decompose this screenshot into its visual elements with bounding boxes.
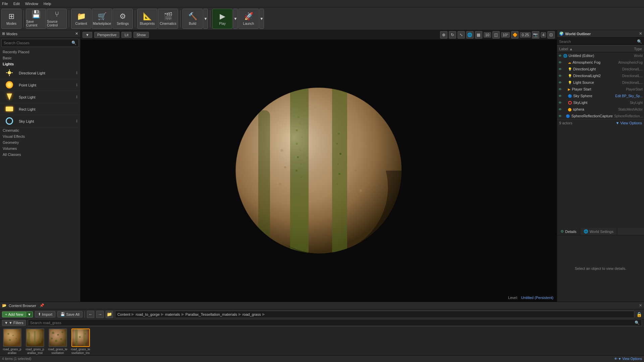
grid-snap-icon[interactable]: ◫ — [492, 31, 500, 39]
svg-rect-42 — [34, 331, 36, 345]
tab-details[interactable]: ⚙ Details — [557, 228, 580, 235]
marketplace-button[interactable]: 🛒 Marketplace — [92, 9, 112, 29]
navigate-forward-button[interactable]: → — [96, 311, 104, 318]
outliner-row-dir-light2[interactable]: 👁 💡 DirectionalLight2 DirectionalL... — [557, 72, 644, 79]
content-button[interactable]: 📁 Content — [71, 9, 91, 29]
camera-speed-icon[interactable]: 📷 — [532, 31, 539, 39]
outliner-row-sky-sphere[interactable]: 👁 🔵 Sky Sphere Edit BP_Sky_Sp... — [557, 93, 644, 99]
item-name-atm: Atmospheric Fog — [573, 60, 617, 64]
build-button[interactable]: 🔨 Build — [182, 9, 203, 29]
light-item-spot[interactable]: Spot Light ℹ — [0, 91, 80, 103]
cat-visual-effects[interactable]: Visual Effects — [0, 133, 80, 139]
viewport-mode-toggle[interactable]: ▼ — [83, 32, 92, 38]
import-button[interactable]: ⬆ Import — [35, 311, 55, 317]
blueprints-button[interactable]: 📐 Blueprints — [137, 9, 157, 29]
translate-icon[interactable]: ⊕ — [440, 31, 447, 39]
cb-item-label-3: road_grass_tessellation — [48, 348, 68, 355]
add-new-button[interactable]: + Add New — [2, 311, 26, 317]
menu-help[interactable]: Help — [44, 2, 51, 6]
light-item-sky[interactable]: Sky Light ℹ — [0, 115, 80, 127]
outliner-row-player-start[interactable]: 👁 ▶ Player Start PlayerStart — [557, 86, 644, 93]
tab-world-settings[interactable]: 🌐 World Settings — [580, 228, 617, 235]
scale-icon[interactable]: ⤡ — [458, 31, 465, 39]
light-item-rect[interactable]: Rect Light — [0, 103, 80, 115]
surface-snapping-icon[interactable]: ▦ — [475, 31, 482, 39]
cat-volumes[interactable]: Volumes — [0, 145, 80, 152]
outliner-search-input[interactable] — [559, 40, 636, 44]
scale-value[interactable]: 0.25 — [520, 32, 530, 38]
import-icon: ⬆ — [38, 312, 41, 316]
navigate-folder-button[interactable]: 📁 — [106, 311, 113, 318]
rotate-icon[interactable]: ↻ — [449, 31, 456, 39]
menu-edit[interactable]: Edit — [13, 2, 20, 6]
navigate-back-button[interactable]: ← — [87, 311, 94, 318]
cat-recently-placed[interactable]: Recently Placed — [0, 49, 80, 55]
breadcrumb-road-to-gorge[interactable]: road_to_gorge — [136, 312, 160, 316]
angle-value[interactable]: 10° — [501, 32, 510, 38]
cat-all-classes[interactable]: All Classes — [0, 152, 80, 158]
build-dropdown[interactable]: ▼ — [203, 9, 208, 29]
outliner-row-sphere-refl[interactable]: 👁 🔵 SphereReflectionCapture SphereReflec… — [557, 113, 644, 119]
viewport-lit-btn[interactable]: Lit — [121, 32, 131, 38]
settings-button[interactable]: ⚙ Settings — [113, 9, 133, 29]
menu-window[interactable]: Window — [25, 2, 38, 6]
filters-button[interactable]: ▼ ▼ Filters — [2, 320, 26, 326]
cb-search-input[interactable] — [30, 321, 633, 325]
lock-icon[interactable]: 🔒 — [636, 312, 642, 317]
light-item-point[interactable]: Point Light ℹ — [0, 79, 80, 91]
breadcrumb-parallax[interactable]: Parallax_Tessellation_materials — [185, 312, 237, 316]
outliner-view-options[interactable]: ▼ View Options — [615, 121, 642, 125]
cb-close-button[interactable]: ✕ — [639, 303, 642, 308]
play-button[interactable]: ▶ Play — [212, 9, 232, 29]
cat-cinematic[interactable]: Cinematic — [0, 127, 80, 133]
outliner-row-atm-fog[interactable]: 👁 ☁ Atmospheric Fog AtmosphericFog — [557, 59, 644, 66]
add-new-dropdown[interactable]: ▼ — [26, 311, 33, 317]
cat-lights[interactable]: Lights — [0, 61, 80, 67]
cb-item-road-grass-parallax[interactable]: road_grass_parallax — [2, 328, 22, 355]
outliner-row-sky-light[interactable]: 👁 ⭕ SkyLight SkyLight — [557, 99, 644, 106]
cat-basic[interactable]: Basic — [0, 55, 80, 61]
cb-item-road-grass-parallax-inst[interactable]: road_grass_parallax_Inst — [25, 328, 45, 355]
type-icon-ps: ▶ — [568, 87, 571, 91]
maximize-icon[interactable]: ⊡ — [547, 31, 555, 39]
svg-point-55 — [79, 336, 81, 338]
camera-speed-value[interactable]: 4 — [541, 32, 546, 38]
outliner-close-button[interactable]: ✕ — [639, 32, 642, 36]
breadcrumb-content[interactable]: Content — [117, 312, 130, 316]
breadcrumb-road-grass[interactable]: road_grass — [243, 312, 261, 316]
viewport-show-btn[interactable]: Show — [133, 32, 149, 38]
launch-dropdown[interactable]: ▼ — [259, 9, 264, 29]
viewport-perspective-btn[interactable]: Perspective — [94, 32, 119, 38]
angle-snap-icon[interactable]: 🔶 — [511, 31, 519, 39]
item-type-sr: SphereReflection... — [614, 114, 643, 118]
source-control-button[interactable]: ⑂ Source Control — [47, 9, 67, 29]
modes-close-button[interactable]: ✕ — [75, 32, 78, 36]
item-name-ss: Sky Sphere — [573, 94, 614, 98]
cinematics-button[interactable]: 🎬 Cinematics — [158, 9, 178, 29]
light-item-directional[interactable]: Directional Light ℹ — [0, 67, 80, 79]
directional-light-label: Directional Light — [19, 71, 73, 75]
outliner-row-untitled[interactable]: 👁 🌐 Untitled (Editor) World — [557, 52, 644, 59]
cb-item-road-grass-tess-inst[interactable]: road_grass_tessellation_Inst... — [70, 328, 91, 355]
search-classes-input[interactable] — [4, 41, 70, 45]
sky-sphere-link[interactable]: Edit BP_Sky_Sp... — [615, 94, 643, 98]
cat-geometry[interactable]: Geometry — [0, 139, 80, 145]
menu-file[interactable]: File — [2, 2, 8, 6]
launch-button[interactable]: 🚀 Launch — [238, 9, 259, 29]
save-all-button[interactable]: 💾 Save All — [57, 311, 83, 317]
modes-button[interactable]: ⊞ Modes — [1, 9, 21, 29]
outliner-row-light-source[interactable]: 👁 💡 Light Source DirectionalL... — [557, 79, 644, 86]
breadcrumb-materials[interactable]: materials — [165, 312, 180, 316]
grid-size-value[interactable]: 10 — [484, 32, 491, 38]
play-dropdown[interactable]: ▼ — [233, 9, 238, 29]
viewport[interactable]: ▼ Perspective Lit Show ⊕ ↻ ⤡ 🌐 ▦ 10 ◫ 10… — [80, 30, 557, 302]
level-name-link[interactable]: Untitled (Persistent) — [521, 296, 553, 300]
outliner-row-sphera[interactable]: 👁 ⬤ sphera StaticMeshActor — [557, 106, 644, 113]
cb-view-options[interactable]: 👁 ▼ View Options — [614, 357, 642, 361]
world-local-icon[interactable]: 🌐 — [466, 31, 474, 39]
svg-point-38 — [15, 338, 17, 339]
cb-item-road-grass-tess[interactable]: road_grass_tessellation — [48, 328, 68, 355]
save-current-button[interactable]: 💾 Save Current — [26, 9, 46, 29]
outliner-row-dir-light[interactable]: 👁 💡 DirectionLight DirectionalL... — [557, 66, 644, 72]
marketplace-label: Marketplace — [93, 22, 111, 25]
